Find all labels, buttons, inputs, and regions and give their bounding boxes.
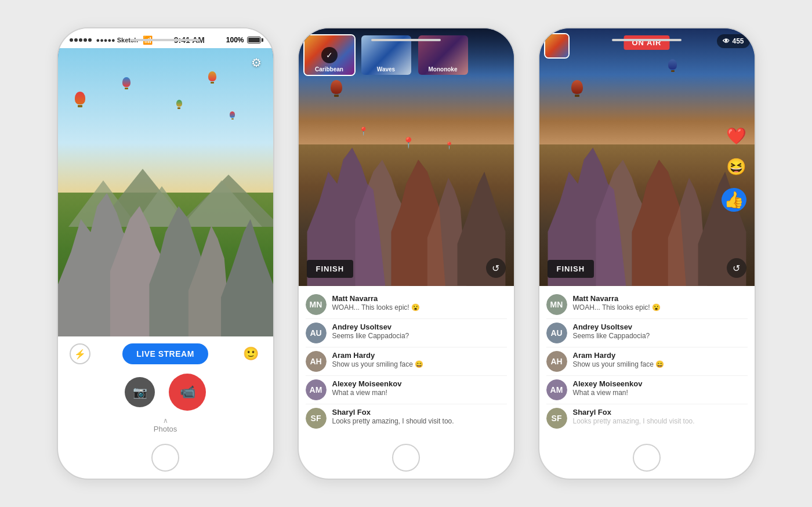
home-button-2[interactable] <box>392 444 420 472</box>
balloon-2 <box>122 77 130 89</box>
phone1-content: ●●●●● Sketch 📶 9:41 AM 100% <box>58 28 273 437</box>
comment-item-2-2: AU Andrey Usoltsev Seems like Cappadocia… <box>306 319 507 347</box>
comment-item-4-3: AM Alexey Moiseenkov What a view man! <box>546 376 748 404</box>
stream-view-3: ON AIR 👁 455 ❤️ 😆 👍 FINISH ↺ <box>539 28 755 286</box>
face-button[interactable]: 🙂 <box>241 343 262 364</box>
home-button-1[interactable] <box>151 444 179 472</box>
carrier-dots <box>70 38 92 42</box>
comment-item-1-3: MN Matt Navarra WOAH... This looks epic!… <box>546 291 748 319</box>
filter-waves[interactable]: Waves <box>360 34 412 76</box>
comment-body-4-3: Alexey Moiseenkov What a view man! <box>573 379 748 400</box>
comment-item-3-3: AH Aram Hardy Show us your smiling face … <box>546 347 748 376</box>
comment-text-3-2: Show us your smiling face 😄 <box>332 360 507 368</box>
flip-icon-3: ↺ <box>733 263 740 274</box>
status-left: ●●●●● Sketch 📶 <box>70 35 153 45</box>
balloon-4 <box>208 71 216 84</box>
gear-button-1[interactable]: ⚙ <box>248 54 265 71</box>
styled-rocks-2 <box>299 106 514 286</box>
comment-item-5-3: SF Sharyl Fox Looks pretty amazing, I sh… <box>546 404 748 432</box>
commenter-name-5-2: Sharyl Fox <box>332 408 507 417</box>
comments-section-3: MN Matt Navarra WOAH... This looks epic!… <box>539 286 755 437</box>
reaction-like: 👍 <box>722 188 746 212</box>
photos-label: Photos <box>154 425 177 433</box>
commenter-name-5-3: Sharyl Fox <box>573 408 748 417</box>
on-air-badge: ON AIR <box>624 35 669 50</box>
commenter-name-2-2: Andrey Usoltsev <box>332 323 507 331</box>
finish-button-2[interactable]: FINISH <box>307 260 354 278</box>
comment-text-2-3: Seems like Cappadocia? <box>573 332 748 340</box>
location-pin-1: 📍 <box>402 136 415 149</box>
comment-item-1-2: MN Matt Navarra WOAH... This looks epic!… <box>306 291 507 319</box>
commenter-name-1-3: Matt Navarra <box>573 294 748 303</box>
styled-balloon-1 <box>331 80 342 97</box>
avatar-sharyl-2: SF <box>306 408 327 429</box>
stream-view-2: 📍 📍 📍 ✓ Caribbean <box>299 28 514 286</box>
live-stream-button[interactable]: LIVE STREAM <box>122 343 208 364</box>
reaction-laugh: 😆 <box>726 157 746 176</box>
comment-text-4-3: What a view man! <box>573 389 748 397</box>
comment-item-3-2: AH Aram Hardy Show us your smiling face … <box>306 347 507 376</box>
commenter-name-3-2: Aram Hardy <box>332 351 507 360</box>
avatar-alexey-3: AM <box>546 379 567 400</box>
phone-2: 📍 📍 📍 ✓ Caribbean <box>298 27 515 480</box>
comment-text-5-3: Looks pretty amazing, I should visit too… <box>573 417 748 425</box>
avatar-aram-3: AH <box>546 351 567 372</box>
status-right: 100% <box>226 36 262 44</box>
comment-body-1-2: Matt Navarra WOAH... This looks epic! 😮 <box>332 294 507 315</box>
camera-preview-1: ⚙ <box>58 48 273 336</box>
face-icon: 🙂 <box>243 346 259 361</box>
filter-caribbean-label: Caribbean <box>304 66 354 73</box>
commenter-name-3-3: Aram Hardy <box>573 351 748 360</box>
camera-flip-button-2[interactable]: ↺ <box>486 258 506 278</box>
camera-icon: 📷 <box>133 385 147 399</box>
filter-selector: ✓ Caribbean Waves Mononoke <box>299 28 514 79</box>
balloon-1 <box>75 92 85 107</box>
comment-text-2-2: Seems like Cappadocia? <box>332 332 507 340</box>
location-pin-3: 📍 <box>445 142 454 150</box>
home-button-3[interactable] <box>633 444 661 472</box>
comment-body-5-3: Sharyl Fox Looks pretty amazing, I shoul… <box>573 408 748 429</box>
comment-item-4-2: AM Alexey Moiseenkov What a view man! <box>306 376 507 404</box>
comment-body-3-3: Aram Hardy Show us your smiling face 😄 <box>573 351 748 372</box>
comment-body-2-3: Andrey Usoltsev Seems like Cappadocia? <box>573 323 748 343</box>
avatar-alexey-2: AM <box>306 379 327 400</box>
comment-text-4-2: What a view man! <box>332 389 507 397</box>
finish-button-3[interactable]: FINISH <box>548 260 594 278</box>
avatar-matt-3: MN <box>546 294 567 315</box>
filter-mononoke[interactable]: Mononoke <box>417 34 469 76</box>
styled-balloon-3a <box>571 80 583 97</box>
controls-row-1: ⚡ LIVE STREAM 🙂 <box>70 343 262 364</box>
video-capture-button[interactable]: 📹 <box>169 374 206 411</box>
comment-text-1-3: WOAH... This looks epic! 😮 <box>573 303 748 312</box>
comment-text-1-2: WOAH... This looks epic! 😮 <box>332 303 507 312</box>
comment-text-3-3: Show us your smiling face 😄 <box>573 360 748 368</box>
commenter-name-1-2: Matt Navarra <box>332 294 507 303</box>
gear-icon-1: ⚙ <box>251 56 262 70</box>
avatar-andrey-3: AU <box>546 323 567 343</box>
camera-flip-button-3[interactable]: ↺ <box>727 258 746 278</box>
comment-item-2-3: AU Andrey Usoltsev Seems like Cappadocia… <box>546 319 748 347</box>
photo-capture-button[interactable]: 📷 <box>125 377 155 407</box>
viewers-badge: 👁 455 <box>717 34 749 48</box>
location-pin-2: 📍 <box>358 126 368 136</box>
scene: ●●●●● Sketch 📶 9:41 AM 100% <box>0 0 812 507</box>
flash-button[interactable]: ⚡ <box>70 343 90 364</box>
comment-body-3-2: Aram Hardy Show us your smiling face 😄 <box>332 351 507 372</box>
comments-section-2: MN Matt Navarra WOAH... This looks epic!… <box>299 286 514 437</box>
filter-caribbean[interactable]: ✓ Caribbean <box>303 34 356 76</box>
phone2-content: 📍 📍 📍 ✓ Caribbean <box>299 28 514 437</box>
balloon-3 <box>176 100 182 109</box>
comment-text-5-2: Looks pretty amazing, I should visit too… <box>332 417 507 425</box>
comment-body-4-2: Alexey Moiseenkov What a view man! <box>332 379 507 400</box>
avatar-sharyl-3: SF <box>546 408 567 429</box>
commenter-name-4-3: Alexey Moiseenkov <box>573 379 748 388</box>
carrier-label: ●●●●● Sketch <box>96 37 138 44</box>
comment-body-1-3: Matt Navarra WOAH... This looks epic! 😮 <box>573 294 748 315</box>
commenter-name-4-2: Alexey Moiseenkov <box>332 379 507 388</box>
filter-check-icon: ✓ <box>321 47 338 63</box>
rock-formations-1 <box>58 149 273 336</box>
avatar-andrey-2: AU <box>306 323 327 343</box>
styled-landscape-2: 📍 📍 📍 ✓ Caribbean <box>299 28 514 286</box>
landscape-bg-1: ⚙ <box>58 48 273 336</box>
commenter-name-2-3: Andrey Usoltsev <box>573 323 748 331</box>
